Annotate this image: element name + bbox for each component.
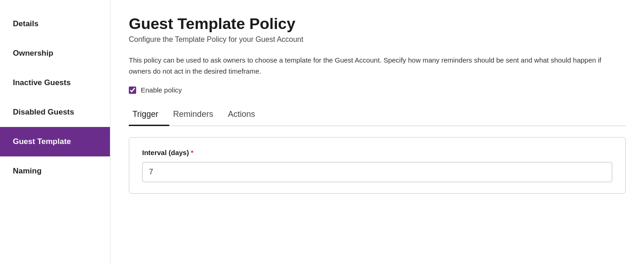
sidebar: DetailsOwnershipInactive GuestsDisabled … bbox=[0, 0, 110, 265]
tab-actions[interactable]: Actions bbox=[224, 105, 266, 126]
sidebar-item-ownership[interactable]: Ownership bbox=[0, 39, 110, 68]
tab-reminders[interactable]: Reminders bbox=[169, 105, 224, 126]
enable-policy-checkbox[interactable] bbox=[129, 86, 136, 94]
field-label: Interval (days)* bbox=[142, 149, 612, 156]
enable-policy-row: Enable policy bbox=[129, 86, 626, 94]
main-content: Guest Template Policy Configure the Temp… bbox=[110, 0, 644, 265]
sidebar-item-disabled-guests[interactable]: Disabled Guests bbox=[0, 98, 110, 127]
sidebar-item-naming[interactable]: Naming bbox=[0, 156, 110, 186]
sidebar-item-details[interactable]: Details bbox=[0, 9, 110, 39]
sidebar-item-guest-template[interactable]: Guest Template bbox=[0, 127, 110, 156]
page-subtitle: Configure the Template Policy for your G… bbox=[129, 35, 626, 44]
enable-policy-label[interactable]: Enable policy bbox=[141, 86, 182, 94]
description-text: This policy can be used to ask owners to… bbox=[129, 55, 616, 77]
sidebar-item-inactive-guests[interactable]: Inactive Guests bbox=[0, 68, 110, 98]
tabs-container: TriggerRemindersActions bbox=[129, 105, 626, 126]
page-title: Guest Template Policy bbox=[129, 15, 626, 33]
form-section: Interval (days)* bbox=[129, 137, 626, 194]
interval-input[interactable] bbox=[142, 162, 612, 182]
required-star: * bbox=[191, 149, 194, 156]
tab-trigger[interactable]: Trigger bbox=[129, 105, 169, 126]
